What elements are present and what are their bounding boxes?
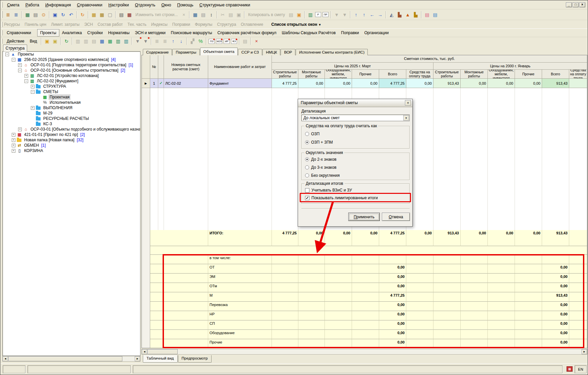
tree-expand-icon[interactable]: + [12,133,15,137]
estimate-draw-icon[interactable]: ◭ [388,11,395,18]
filter-clear-icon[interactable]: ▼ [341,11,348,18]
view-tab[interactable]: Предпросмотр [178,355,212,363]
tree-expand-icon[interactable]: + [12,149,15,153]
book-green-icon[interactable]: ▥ [114,38,122,45]
tab-content[interactable]: Параметры [172,49,199,55]
list-numbered-icon[interactable]: ≣ [161,38,169,45]
tree-item[interactable]: −▥ЛС-02-02 [Фундамент] [3,78,140,84]
report-ir-icon[interactable]: ИР [224,39,230,44]
toolbar-grip[interactable] [2,11,3,18]
labor-option[interactable]: ОЗП [305,132,319,136]
split-horizontal-icon[interactable]: ▥ [74,38,81,45]
copy-page-icon[interactable]: ▤ [287,11,295,18]
detail-dropdown[interactable]: До локальных смет ▼ [301,115,410,121]
section-tab[interactable]: Поправки [338,29,361,36]
checkbox-icon[interactable]: ✓ [305,196,309,200]
report-m29-icon[interactable]: М29 [216,39,222,44]
report-pz-icon[interactable]: ПЗ [209,39,215,44]
restore-button[interactable]: □ [573,2,579,7]
cancel-button[interactable]: Отмена [382,213,410,221]
scroll-left-icon[interactable]: ◄ [142,349,147,354]
split-vertical-icon[interactable]: ▥ [82,38,90,45]
panel-label[interactable]: Формулы [195,22,212,27]
close-icon[interactable]: × [180,11,187,18]
radio-icon[interactable] [305,165,309,169]
menu-item[interactable]: Справочники [74,2,106,8]
move-level-top-icon[interactable]: ↑ [360,11,368,18]
panel-label[interactable]: ЭСН [84,22,93,27]
folder-view-icon[interactable]: ▣ [51,38,59,45]
keyboard-layout-icon[interactable]: ▦ [567,366,573,372]
round-option[interactable]: Без округления [305,173,340,178]
tab-active[interactable]: Объектная смета [200,48,238,55]
materials-icon[interactable]: ▲ [404,11,411,18]
book-teal-icon[interactable]: ▥ [122,38,130,45]
section-tab[interactable]: Стройки [84,29,105,36]
search-icon[interactable]: ⊙ [40,11,47,18]
section-tab[interactable]: ЭСН и методики [132,29,168,36]
tree-item[interactable]: +▯КОРЗИНА [3,148,140,153]
group-icon[interactable]: ▞ [189,38,196,45]
row-number-cell[interactable]: 1 [150,79,158,88]
scroll-right-icon[interactable]: ► [582,349,587,354]
tab-content[interactable]: ССР и СЗ [238,49,262,55]
page-pr-icon[interactable]: ПР [322,12,329,17]
row-selector[interactable]: ▶ [142,79,150,88]
panel-label[interactable]: Ресурсы [4,22,20,27]
excel-export-icon[interactable]: ▦ [24,11,31,18]
tree-item[interactable]: М-29 [3,110,140,116]
insert-section-icon[interactable]: ▦ [90,11,98,18]
labor-option[interactable]: ОЗП + ЗПМ [305,140,333,145]
calc-icon[interactable]: ▦ [191,11,199,18]
page-p-icon[interactable]: Р [315,12,321,17]
menu-item[interactable]: Отдохнуть [132,2,159,8]
tab-content[interactable]: НМЦК [262,49,280,55]
close-button[interactable]: × [579,2,585,7]
comment-icon[interactable]: ▢ [106,11,114,18]
tab-structure[interactable]: Структура [3,45,27,52]
report-fz-icon[interactable]: ФЗ [231,39,237,44]
chevron-down-icon[interactable]: ▼ [403,115,409,121]
percent-icon[interactable]: % [197,38,204,45]
menu-item[interactable]: Работа [22,2,42,8]
estimate-code-cell[interactable]: ЛС-02-02 [164,79,208,88]
value-cell[interactable]: 0,00 [298,79,325,88]
tree-item[interactable]: +⇄ОБМЕН[1] [3,143,140,148]
refresh-lock-icon[interactable]: ↻ [79,11,86,18]
toolbar-grip[interactable] [2,39,3,44]
menu-item[interactable]: Смета [4,2,22,8]
tree-expand-icon[interactable]: − [24,79,28,83]
tab-content[interactable]: Содержание [143,49,172,55]
cut-icon[interactable]: ✂ [219,11,226,18]
shift-left-icon[interactable]: ← [368,11,376,18]
tree-expand-icon[interactable]: + [12,138,15,142]
undo-icon[interactable]: ↶ [67,11,75,18]
save-icon[interactable]: ▣ [51,11,59,18]
panel-label[interactable]: Лимит. затраты [51,22,79,27]
folder-up-icon[interactable]: ▣ [43,38,51,45]
table-blue-icon[interactable]: ▦ [98,38,106,45]
detail-checkbox[interactable]: ✓Показывать лимитированные итоги [305,196,378,200]
copy-icon[interactable]: ▤ [227,11,234,18]
panel-label[interactable]: Индексы [151,22,168,27]
toolbar-grip[interactable] [2,30,3,36]
panel-label[interactable]: Структура [217,22,236,27]
tree-item[interactable]: КС-3 [3,121,140,127]
scroll-thumb[interactable] [148,349,178,354]
value-cell[interactable]: 0,00 [406,79,433,88]
radio-icon[interactable] [305,157,309,161]
tree-expand-icon[interactable]: + [31,106,35,110]
menu-item[interactable]: Помощь [174,2,196,8]
toolbar-grip[interactable] [2,22,3,27]
move-up-icon[interactable]: ↑ [169,38,177,45]
insert-estimate-icon[interactable]: ▦ [98,11,106,18]
view-tab[interactable]: Табличный вид [143,355,178,363]
value-cell[interactable]: 0,00 [352,79,379,88]
tree-expand-icon[interactable]: + [31,85,35,88]
value-cell[interactable] [569,79,587,88]
section-tab[interactable]: Нормативы [105,29,132,36]
tree-expand-icon[interactable]: + [24,74,28,78]
tree-expand-icon[interactable]: − [12,58,15,62]
tree-expand-icon[interactable]: − [31,90,35,94]
value-cell[interactable]: 0,00 [488,79,515,88]
